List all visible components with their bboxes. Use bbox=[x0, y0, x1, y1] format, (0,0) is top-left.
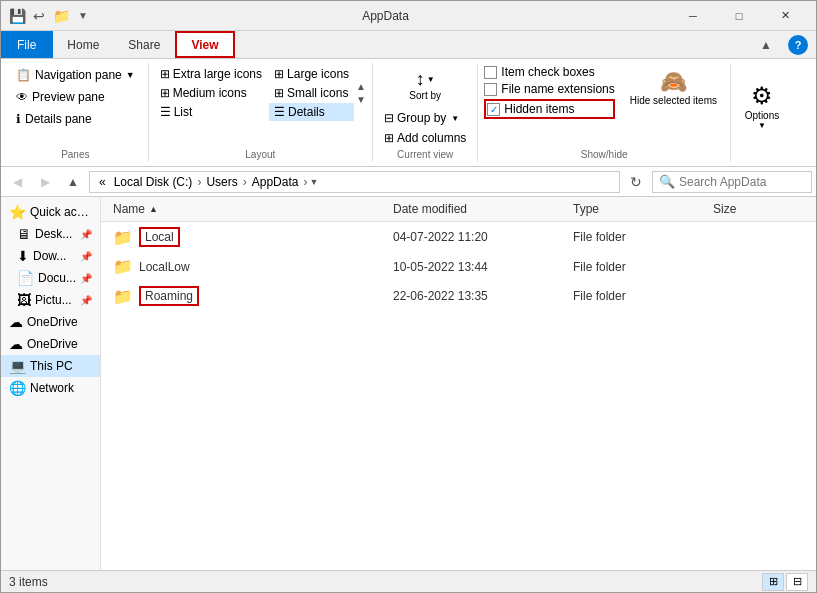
file-type-localow: File folder bbox=[569, 256, 709, 278]
minimize-button[interactable]: ─ bbox=[670, 1, 716, 31]
sidebar-item-this-pc[interactable]: 💻 This PC bbox=[1, 355, 100, 377]
view-buttons: ⊞ ⊟ bbox=[762, 573, 808, 591]
this-pc-icon: 💻 bbox=[9, 358, 26, 374]
quick-access-dropdown[interactable]: ▼ bbox=[75, 8, 91, 24]
tab-share[interactable]: Share bbox=[114, 31, 175, 58]
quick-access-toolbar-undo[interactable]: ↩ bbox=[31, 8, 47, 24]
options-button[interactable]: ⚙ Options ▼ bbox=[737, 78, 787, 134]
search-box: 🔍 bbox=[652, 171, 812, 193]
file-row-local[interactable]: 📁 Local 04-07-2022 11:20 File folder bbox=[101, 222, 816, 252]
sort-dropdown-icon: ▼ bbox=[427, 75, 435, 84]
file-row-localow[interactable]: 📁 LocalLow 10-05-2022 13:44 File folder bbox=[101, 252, 816, 281]
details-btn[interactable]: ☰ Details bbox=[269, 103, 354, 121]
layout-scroll-down[interactable]: ▼ bbox=[356, 94, 366, 105]
file-row-roaming[interactable]: 📁 Roaming 22-06-2022 13:35 File folder bbox=[101, 281, 816, 311]
path-segment-appdata[interactable]: AppData bbox=[249, 174, 302, 190]
sidebar-item-onedrive1[interactable]: ☁ OneDrive bbox=[1, 311, 100, 333]
layout-group-label: Layout bbox=[245, 147, 275, 160]
path-segment-users[interactable]: Users bbox=[203, 174, 240, 190]
medium-icons-btn[interactable]: ⊞ Medium icons bbox=[155, 84, 267, 102]
sidebar-item-quick-access[interactable]: ⭐ Quick acc... bbox=[1, 201, 100, 223]
path-segment-local-disk[interactable]: Local Disk (C:) bbox=[111, 174, 196, 190]
navigation-pane-button[interactable]: 📋 Navigation pane ▼ bbox=[9, 65, 142, 85]
nav-pane-icon: 📋 bbox=[16, 68, 31, 82]
file-name-extensions-checkbox[interactable] bbox=[484, 83, 497, 96]
details-pane-icon: ℹ bbox=[16, 112, 21, 126]
onedrive1-icon: ☁ bbox=[9, 314, 23, 330]
tab-view[interactable]: View bbox=[175, 31, 234, 58]
ribbon-collapse-arrow[interactable]: ▲ bbox=[752, 31, 780, 58]
folder-icon-local: 📁 bbox=[113, 228, 133, 247]
layout-scroll-up[interactable]: ▲ bbox=[356, 81, 366, 92]
title-bar-icons: 💾 ↩ 📁 ▼ bbox=[9, 8, 91, 24]
preview-pane-button[interactable]: 👁 Preview pane bbox=[9, 87, 142, 107]
current-view-group-label: Current view bbox=[397, 147, 453, 160]
pinned-icon-4: 📌 bbox=[80, 295, 92, 306]
window-controls: ─ □ ✕ bbox=[670, 1, 808, 31]
file-type-local: File folder bbox=[569, 226, 709, 248]
group-by-button[interactable]: ⊟ Group by ▼ bbox=[379, 109, 464, 127]
sidebar-item-onedrive2[interactable]: ☁ OneDrive bbox=[1, 333, 100, 355]
file-size-localow bbox=[709, 263, 809, 271]
sort-icon: ↕ bbox=[416, 69, 425, 90]
file-name-extensions-row[interactable]: File name extensions bbox=[484, 82, 614, 96]
file-type-roaming: File folder bbox=[569, 285, 709, 307]
status-bar: 3 items ⊞ ⊟ bbox=[1, 570, 816, 592]
large-view-button[interactable]: ⊟ bbox=[786, 573, 808, 591]
col-header-size[interactable]: Size bbox=[709, 199, 809, 219]
col-header-name[interactable]: Name bbox=[109, 199, 389, 219]
search-icon: 🔍 bbox=[659, 174, 675, 189]
quick-access-toolbar-save[interactable]: 💾 bbox=[9, 8, 25, 24]
options-icon: ⚙ bbox=[751, 82, 773, 110]
hide-selected-items-button[interactable]: 🙈 Hide selected items bbox=[623, 65, 724, 111]
path-dropdown[interactable]: ▼ bbox=[309, 177, 318, 187]
sort-by-button[interactable]: ↕ ▼ Sort by bbox=[402, 65, 448, 105]
path-segment-0[interactable]: « bbox=[96, 174, 109, 190]
hidden-items-row[interactable]: Hidden items bbox=[484, 99, 614, 119]
help-icon[interactable]: ? bbox=[788, 35, 808, 55]
sidebar-item-downloads[interactable]: ⬇ Dow... 📌 bbox=[1, 245, 100, 267]
list-btn[interactable]: ☰ List bbox=[155, 103, 267, 121]
ribbon-group-options: ⚙ Options ▼ Options bbox=[731, 63, 793, 162]
small-icons-btn[interactable]: ⊞ Small icons bbox=[269, 84, 354, 102]
tab-home[interactable]: Home bbox=[53, 31, 114, 58]
options-dropdown-icon: ▼ bbox=[758, 121, 766, 130]
add-columns-button[interactable]: ⊞ Add columns bbox=[379, 129, 471, 147]
item-checkboxes-checkbox[interactable] bbox=[484, 66, 497, 79]
maximize-button[interactable]: □ bbox=[716, 1, 762, 31]
address-path: « Local Disk (C:) › Users › AppData › ▼ bbox=[89, 171, 620, 193]
sidebar-item-desktop[interactable]: 🖥 Desk... 📌 bbox=[1, 223, 100, 245]
extra-large-icons-btn[interactable]: ⊞ Extra large icons bbox=[155, 65, 267, 83]
pinned-icon-3: 📌 bbox=[80, 273, 92, 284]
view-icon: ⊞ bbox=[274, 67, 284, 81]
refresh-button[interactable]: ↻ bbox=[624, 170, 648, 194]
view-icon: ⊞ bbox=[160, 86, 170, 100]
forward-button[interactable]: ▶ bbox=[33, 170, 57, 194]
sidebar-item-documents[interactable]: 📄 Docu... 📌 bbox=[1, 267, 100, 289]
hidden-items-checkbox[interactable] bbox=[487, 103, 500, 116]
back-button[interactable]: ◀ bbox=[5, 170, 29, 194]
quick-access-toolbar-folder[interactable]: 📁 bbox=[53, 8, 69, 24]
search-input[interactable] bbox=[679, 175, 817, 189]
view-icon: ⊞ bbox=[160, 67, 170, 81]
large-icons-btn[interactable]: ⊞ Large icons bbox=[269, 65, 354, 83]
col-header-type[interactable]: Type bbox=[569, 199, 709, 219]
details-pane-button[interactable]: ℹ Details pane bbox=[9, 109, 142, 129]
group-icon: ⊟ bbox=[384, 111, 394, 125]
columns-icon: ⊞ bbox=[384, 131, 394, 145]
col-header-modified[interactable]: Date modified bbox=[389, 199, 569, 219]
pinned-icon: 📌 bbox=[80, 229, 92, 240]
close-button[interactable]: ✕ bbox=[762, 1, 808, 31]
up-button[interactable]: ▲ bbox=[61, 170, 85, 194]
hide-selected-icon: 🙈 bbox=[660, 69, 687, 95]
folder-icon-roaming: 📁 bbox=[113, 287, 133, 306]
tab-file[interactable]: File bbox=[1, 31, 53, 58]
sidebar-item-pictures[interactable]: 🖼 Pictu... 📌 bbox=[1, 289, 100, 311]
details-view-button[interactable]: ⊞ bbox=[762, 573, 784, 591]
item-checkboxes-row[interactable]: Item check boxes bbox=[484, 65, 614, 79]
sidebar-item-network[interactable]: 🌐 Network bbox=[1, 377, 100, 399]
documents-icon: 📄 bbox=[17, 270, 34, 286]
path-arrow-3: › bbox=[303, 175, 307, 189]
main-area: ⭐ Quick acc... 🖥 Desk... 📌 ⬇ Dow... 📌 📄 … bbox=[1, 197, 816, 570]
file-size-roaming bbox=[709, 292, 809, 300]
